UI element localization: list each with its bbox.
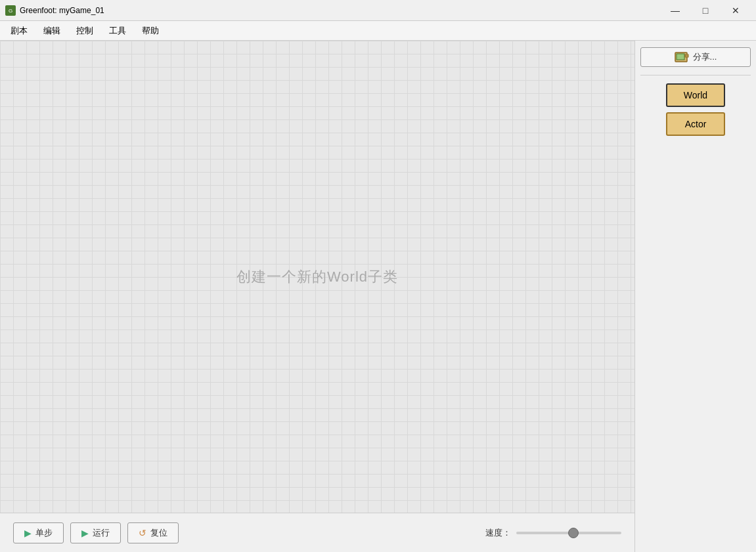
- menu-item-help[interactable]: 帮助: [134, 22, 167, 39]
- right-panel: 分享... World Actor: [634, 41, 756, 552]
- speed-label: 速度：: [485, 527, 511, 539]
- window-controls: — □ ✕: [660, 0, 751, 21]
- svg-text:G: G: [9, 8, 12, 14]
- menu-item-edit[interactable]: 编辑: [35, 22, 68, 39]
- menu-bar: 剧本 编辑 控制 工具 帮助: [0, 21, 756, 41]
- menu-item-tools[interactable]: 工具: [101, 22, 134, 39]
- run-label: 运行: [93, 527, 110, 539]
- world-label: World: [684, 90, 707, 100]
- create-world-text: 创建一个新的World子类: [236, 267, 398, 287]
- run-button[interactable]: ▶ 运行: [70, 522, 121, 543]
- step-label: 单步: [35, 527, 53, 539]
- run-icon: ▶: [81, 528, 89, 538]
- reset-icon: ↺: [139, 528, 146, 538]
- maximize-button[interactable]: □: [690, 0, 721, 21]
- bottom-controls: ▶ 单步 ▶ 运行 ↺ 复位 速度：: [0, 513, 634, 552]
- close-button[interactable]: ✕: [721, 0, 751, 21]
- step-button[interactable]: ▶ 单步: [13, 522, 64, 543]
- step-icon: ▶: [24, 528, 32, 538]
- minimize-button[interactable]: —: [660, 0, 690, 21]
- divider-top: [640, 75, 751, 75]
- speed-slider[interactable]: [516, 532, 621, 534]
- svg-rect-3: [677, 54, 684, 60]
- world-canvas: 创建一个新的World子类: [0, 41, 634, 513]
- menu-item-control[interactable]: 控制: [68, 22, 101, 39]
- reset-label: 复位: [150, 527, 167, 539]
- share-label: 分享...: [693, 51, 717, 63]
- reset-button[interactable]: ↺ 复位: [127, 522, 179, 543]
- actor-label: Actor: [685, 119, 707, 129]
- window-title: Greenfoot: myGame_01: [20, 6, 660, 15]
- share-icon: [675, 51, 689, 63]
- main-layout: 创建一个新的World子类 ▶ 单步 ▶ 运行 ↺ 复位 速度：: [0, 41, 756, 552]
- canvas-area: 创建一个新的World子类 ▶ 单步 ▶ 运行 ↺ 复位 速度：: [0, 41, 634, 552]
- menu-item-script[interactable]: 剧本: [3, 22, 35, 39]
- app-icon: G: [5, 5, 16, 16]
- title-bar: G Greenfoot: myGame_01 — □ ✕: [0, 0, 756, 21]
- share-button[interactable]: 分享...: [640, 47, 751, 67]
- world-button[interactable]: World: [666, 83, 725, 107]
- speed-section: 速度：: [485, 527, 621, 539]
- actor-button[interactable]: Actor: [666, 112, 725, 136]
